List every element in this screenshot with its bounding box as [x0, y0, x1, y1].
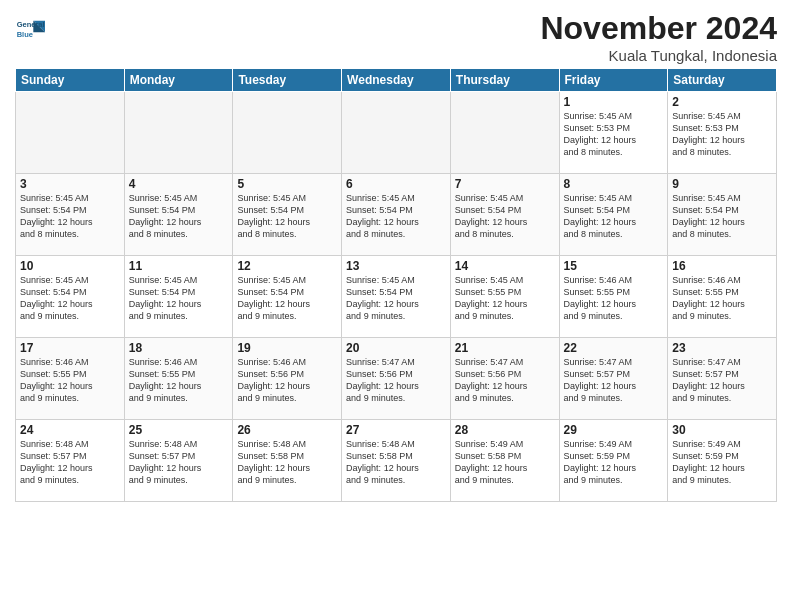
day-number: 6 — [346, 177, 446, 191]
calendar-cell: 29Sunrise: 5:49 AM Sunset: 5:59 PM Dayli… — [559, 420, 668, 502]
calendar-cell: 21Sunrise: 5:47 AM Sunset: 5:56 PM Dayli… — [450, 338, 559, 420]
calendar-cell: 25Sunrise: 5:48 AM Sunset: 5:57 PM Dayli… — [124, 420, 233, 502]
day-number: 27 — [346, 423, 446, 437]
day-number: 5 — [237, 177, 337, 191]
day-number: 12 — [237, 259, 337, 273]
cell-info: Sunrise: 5:46 AM Sunset: 5:55 PM Dayligh… — [564, 274, 664, 323]
calendar-cell: 18Sunrise: 5:46 AM Sunset: 5:55 PM Dayli… — [124, 338, 233, 420]
day-header-saturday: Saturday — [668, 69, 777, 92]
day-number: 30 — [672, 423, 772, 437]
day-number: 4 — [129, 177, 229, 191]
day-number: 8 — [564, 177, 664, 191]
day-number: 21 — [455, 341, 555, 355]
calendar-header-row: SundayMondayTuesdayWednesdayThursdayFrid… — [16, 69, 777, 92]
day-number: 2 — [672, 95, 772, 109]
day-number: 25 — [129, 423, 229, 437]
cell-info: Sunrise: 5:45 AM Sunset: 5:54 PM Dayligh… — [455, 192, 555, 241]
calendar-cell: 5Sunrise: 5:45 AM Sunset: 5:54 PM Daylig… — [233, 174, 342, 256]
calendar-cell: 13Sunrise: 5:45 AM Sunset: 5:54 PM Dayli… — [342, 256, 451, 338]
title-block: November 2024 Kuala Tungkal, Indonesia — [540, 10, 777, 64]
day-number: 19 — [237, 341, 337, 355]
cell-info: Sunrise: 5:47 AM Sunset: 5:57 PM Dayligh… — [564, 356, 664, 405]
calendar-week-4: 17Sunrise: 5:46 AM Sunset: 5:55 PM Dayli… — [16, 338, 777, 420]
cell-info: Sunrise: 5:45 AM Sunset: 5:54 PM Dayligh… — [564, 192, 664, 241]
calendar-cell: 15Sunrise: 5:46 AM Sunset: 5:55 PM Dayli… — [559, 256, 668, 338]
calendar-cell: 3Sunrise: 5:45 AM Sunset: 5:54 PM Daylig… — [16, 174, 125, 256]
calendar-cell — [342, 92, 451, 174]
calendar-cell: 14Sunrise: 5:45 AM Sunset: 5:55 PM Dayli… — [450, 256, 559, 338]
cell-info: Sunrise: 5:45 AM Sunset: 5:54 PM Dayligh… — [346, 192, 446, 241]
cell-info: Sunrise: 5:48 AM Sunset: 5:57 PM Dayligh… — [20, 438, 120, 487]
calendar-cell: 11Sunrise: 5:45 AM Sunset: 5:54 PM Dayli… — [124, 256, 233, 338]
logo: General Blue — [15, 14, 49, 44]
cell-info: Sunrise: 5:45 AM Sunset: 5:54 PM Dayligh… — [20, 192, 120, 241]
cell-info: Sunrise: 5:45 AM Sunset: 5:54 PM Dayligh… — [129, 274, 229, 323]
calendar-cell: 26Sunrise: 5:48 AM Sunset: 5:58 PM Dayli… — [233, 420, 342, 502]
day-number: 17 — [20, 341, 120, 355]
cell-info: Sunrise: 5:47 AM Sunset: 5:56 PM Dayligh… — [346, 356, 446, 405]
calendar-cell: 30Sunrise: 5:49 AM Sunset: 5:59 PM Dayli… — [668, 420, 777, 502]
day-header-thursday: Thursday — [450, 69, 559, 92]
day-number: 24 — [20, 423, 120, 437]
calendar-week-3: 10Sunrise: 5:45 AM Sunset: 5:54 PM Dayli… — [16, 256, 777, 338]
day-number: 28 — [455, 423, 555, 437]
calendar-cell: 22Sunrise: 5:47 AM Sunset: 5:57 PM Dayli… — [559, 338, 668, 420]
calendar-cell: 12Sunrise: 5:45 AM Sunset: 5:54 PM Dayli… — [233, 256, 342, 338]
calendar-cell: 27Sunrise: 5:48 AM Sunset: 5:58 PM Dayli… — [342, 420, 451, 502]
day-number: 29 — [564, 423, 664, 437]
day-number: 11 — [129, 259, 229, 273]
cell-info: Sunrise: 5:45 AM Sunset: 5:54 PM Dayligh… — [237, 274, 337, 323]
calendar-cell: 19Sunrise: 5:46 AM Sunset: 5:56 PM Dayli… — [233, 338, 342, 420]
svg-text:General: General — [17, 20, 45, 29]
logo-icon: General Blue — [15, 14, 45, 44]
calendar-cell: 4Sunrise: 5:45 AM Sunset: 5:54 PM Daylig… — [124, 174, 233, 256]
cell-info: Sunrise: 5:45 AM Sunset: 5:55 PM Dayligh… — [455, 274, 555, 323]
calendar-cell: 23Sunrise: 5:47 AM Sunset: 5:57 PM Dayli… — [668, 338, 777, 420]
day-number: 23 — [672, 341, 772, 355]
cell-info: Sunrise: 5:45 AM Sunset: 5:53 PM Dayligh… — [564, 110, 664, 159]
cell-info: Sunrise: 5:48 AM Sunset: 5:58 PM Dayligh… — [346, 438, 446, 487]
day-header-tuesday: Tuesday — [233, 69, 342, 92]
day-number: 14 — [455, 259, 555, 273]
cell-info: Sunrise: 5:46 AM Sunset: 5:55 PM Dayligh… — [129, 356, 229, 405]
day-number: 10 — [20, 259, 120, 273]
day-header-monday: Monday — [124, 69, 233, 92]
calendar-cell: 16Sunrise: 5:46 AM Sunset: 5:55 PM Dayli… — [668, 256, 777, 338]
cell-info: Sunrise: 5:45 AM Sunset: 5:54 PM Dayligh… — [20, 274, 120, 323]
day-number: 15 — [564, 259, 664, 273]
cell-info: Sunrise: 5:48 AM Sunset: 5:57 PM Dayligh… — [129, 438, 229, 487]
day-number: 7 — [455, 177, 555, 191]
day-number: 18 — [129, 341, 229, 355]
calendar-cell — [124, 92, 233, 174]
cell-info: Sunrise: 5:45 AM Sunset: 5:54 PM Dayligh… — [346, 274, 446, 323]
cell-info: Sunrise: 5:46 AM Sunset: 5:56 PM Dayligh… — [237, 356, 337, 405]
cell-info: Sunrise: 5:47 AM Sunset: 5:56 PM Dayligh… — [455, 356, 555, 405]
cell-info: Sunrise: 5:46 AM Sunset: 5:55 PM Dayligh… — [672, 274, 772, 323]
calendar-cell: 10Sunrise: 5:45 AM Sunset: 5:54 PM Dayli… — [16, 256, 125, 338]
calendar-cell — [450, 92, 559, 174]
day-header-friday: Friday — [559, 69, 668, 92]
calendar-week-5: 24Sunrise: 5:48 AM Sunset: 5:57 PM Dayli… — [16, 420, 777, 502]
calendar-cell: 2Sunrise: 5:45 AM Sunset: 5:53 PM Daylig… — [668, 92, 777, 174]
month-title: November 2024 — [540, 10, 777, 47]
day-header-sunday: Sunday — [16, 69, 125, 92]
cell-info: Sunrise: 5:45 AM Sunset: 5:53 PM Dayligh… — [672, 110, 772, 159]
day-number: 3 — [20, 177, 120, 191]
cell-info: Sunrise: 5:49 AM Sunset: 5:59 PM Dayligh… — [564, 438, 664, 487]
day-number: 20 — [346, 341, 446, 355]
calendar-cell: 9Sunrise: 5:45 AM Sunset: 5:54 PM Daylig… — [668, 174, 777, 256]
cell-info: Sunrise: 5:46 AM Sunset: 5:55 PM Dayligh… — [20, 356, 120, 405]
day-number: 22 — [564, 341, 664, 355]
day-number: 13 — [346, 259, 446, 273]
calendar-week-1: 1Sunrise: 5:45 AM Sunset: 5:53 PM Daylig… — [16, 92, 777, 174]
header-row: General Blue November 2024 Kuala Tungkal… — [15, 10, 777, 64]
calendar-cell: 8Sunrise: 5:45 AM Sunset: 5:54 PM Daylig… — [559, 174, 668, 256]
cell-info: Sunrise: 5:45 AM Sunset: 5:54 PM Dayligh… — [237, 192, 337, 241]
day-number: 26 — [237, 423, 337, 437]
location-subtitle: Kuala Tungkal, Indonesia — [540, 47, 777, 64]
calendar-cell: 1Sunrise: 5:45 AM Sunset: 5:53 PM Daylig… — [559, 92, 668, 174]
cell-info: Sunrise: 5:45 AM Sunset: 5:54 PM Dayligh… — [129, 192, 229, 241]
calendar-cell — [233, 92, 342, 174]
calendar-container: General Blue November 2024 Kuala Tungkal… — [0, 0, 792, 507]
calendar-week-2: 3Sunrise: 5:45 AM Sunset: 5:54 PM Daylig… — [16, 174, 777, 256]
